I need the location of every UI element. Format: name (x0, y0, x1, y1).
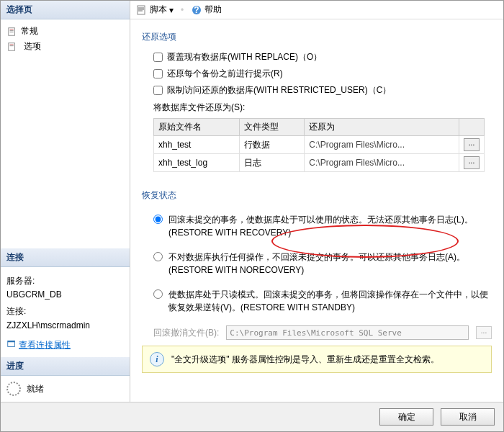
footer: 确定 取消 (1, 402, 503, 431)
help-button[interactable]: ? 帮助 (191, 4, 222, 16)
recovery-opt3-row: 使数据库处于只读模式。回滚未提交的事务，但将回滚操作保存在一个文件中，以便恢复效… (153, 282, 492, 320)
opt-restricted-label: 限制访问还原的数据库(WITH RESTRICTED_USER)（C） (167, 84, 391, 96)
nav-general-label: 常规 (21, 25, 38, 37)
opt-prompt-checkbox[interactable] (153, 69, 163, 78)
spinner-icon (6, 382, 21, 396)
recovery-opt2-radio[interactable] (153, 252, 163, 261)
opt-restricted-row: 限制访问还原的数据库(WITH RESTRICTED_USER)（C） (142, 82, 492, 99)
recovery-state-title: 恢复状态 (142, 189, 492, 202)
right-panel: 脚本 ▾ • ? 帮助 还原选项 覆盖现有数据库(WITH REPLACE)（O… (130, 1, 503, 402)
undo-browse-button: ... (476, 326, 492, 339)
cancel-button[interactable]: 取消 (441, 408, 495, 426)
svg-rect-6 (10, 45, 14, 46)
nav-options[interactable]: 选项 (4, 39, 127, 54)
recovery-opt2-label: 不对数据库执行任何操作，不回滚未提交的事务。可以还原其他事务日志(A)。(RES… (168, 251, 492, 276)
svg-rect-1 (10, 29, 14, 30)
svg-rect-5 (10, 44, 14, 45)
page-icon (6, 41, 18, 53)
connection-header: 连接 (1, 248, 130, 267)
svg-rect-3 (10, 32, 14, 32)
opt-prompt-row: 还原每个备份之前进行提示(R) (142, 66, 492, 82)
restore-options-title: 还原选项 (142, 31, 492, 43)
restore-files-table: 原始文件名 文件类型 还原为 xhh_test 行数据 C:\Program F… (153, 118, 485, 172)
col-as[interactable]: 还原为 (305, 119, 459, 136)
col-type[interactable]: 文件类型 (240, 119, 305, 136)
info-text: "全文升级选项" 服务器属性控制是导入、重新生成还是重置全文检索。 (171, 354, 439, 366)
recovery-opt2-row: 不对数据库执行任何操作，不回滚未提交的事务。可以还原其他事务日志(A)。(RES… (153, 245, 492, 282)
server-value: UBGCRM_DB (6, 288, 124, 302)
opt-replace-row: 覆盖现有数据库(WITH REPLACE)（O） (142, 49, 492, 66)
undo-file-row: 回滚撤消文件(B): ... (153, 325, 492, 340)
recovery-opt1-row: 回滚未提交的事务，使数据库处于可以使用的状态。无法还原其他事务日志(L)。(RE… (153, 207, 492, 245)
recovery-radio-group: 回滚未提交的事务，使数据库处于可以使用的状态。无法还原其他事务日志(L)。(RE… (142, 207, 492, 320)
chevron-down-icon: ▾ (169, 5, 174, 15)
progress-status: 就绪 (1, 376, 130, 402)
table-row[interactable]: xhh_test 行数据 C:\Program Files\Micro... .… (154, 136, 485, 154)
view-connection-properties-link[interactable]: 查看连接属性 (6, 338, 71, 353)
recovery-opt3-radio[interactable] (153, 289, 163, 299)
opt-replace-checkbox[interactable] (153, 53, 163, 62)
progress-header: 进度 (1, 357, 130, 376)
opt-prompt-label: 还原每个备份之前进行提示(R) (167, 68, 283, 80)
progress-ready: 就绪 (27, 383, 44, 395)
ok-button[interactable]: 确定 (379, 408, 433, 426)
svg-text:?: ? (194, 5, 199, 15)
script-button[interactable]: 脚本 ▾ (136, 4, 174, 16)
opt-restricted-checkbox[interactable] (153, 86, 163, 95)
svg-rect-8 (8, 341, 15, 342)
undo-file-input (226, 325, 469, 340)
browse-button[interactable]: ... (464, 156, 480, 169)
recovery-opt1-radio[interactable] (153, 215, 163, 224)
left-panel: 选择页 常规 选项 连接 服务器: UBGCRM_DB 连接: ZJZXLH\m… (1, 1, 130, 402)
opt-replace-label: 覆盖现有数据库(WITH REPLACE)（O） (167, 51, 322, 63)
content-area: 还原选项 覆盖现有数据库(WITH REPLACE)（O） 还原每个备份之前进行… (130, 19, 503, 402)
info-box: i "全文升级选项" 服务器属性控制是导入、重新生成还是重置全文检索。 (142, 346, 492, 373)
page-icon (6, 26, 18, 37)
svg-rect-4 (9, 42, 15, 50)
connection-info: 服务器: UBGCRM_DB 连接: ZJZXLH\mscrmadmin 查看连… (1, 267, 130, 357)
restore-as-label: 将数据库文件还原为(S): (142, 99, 492, 117)
recovery-opt1-label: 回滚未提交的事务，使数据库处于可以使用的状态。无法还原其他事务日志(L)。(RE… (168, 213, 492, 239)
svg-rect-2 (10, 30, 14, 31)
link-icon (6, 338, 17, 353)
browse-button[interactable]: ... (464, 138, 480, 151)
select-page-header: 选择页 (1, 1, 130, 19)
help-icon: ? (191, 4, 202, 16)
recovery-opt3-label: 使数据库处于只读模式。回滚未提交的事务，但将回滚操作保存在一个文件中，以便恢复效… (168, 288, 492, 314)
table-row[interactable]: xhh_test_log 日志 C:\Program Files\Micro..… (154, 154, 485, 172)
conn-value: ZJZXLH\mscrmadmin (6, 319, 124, 333)
nav-general[interactable]: 常规 (4, 24, 127, 39)
nav-options-label: 选项 (21, 40, 44, 53)
svg-rect-9 (138, 6, 145, 14)
undo-file-label: 回滚撤消文件(B): (153, 327, 219, 339)
script-icon (136, 4, 148, 16)
toolbar: 脚本 ▾ • ? 帮助 (130, 1, 503, 19)
info-icon: i (150, 352, 164, 366)
page-list: 常规 选项 (1, 19, 130, 58)
col-orig[interactable]: 原始文件名 (154, 119, 240, 136)
conn-label: 连接: (6, 305, 124, 318)
server-label: 服务器: (6, 274, 124, 288)
